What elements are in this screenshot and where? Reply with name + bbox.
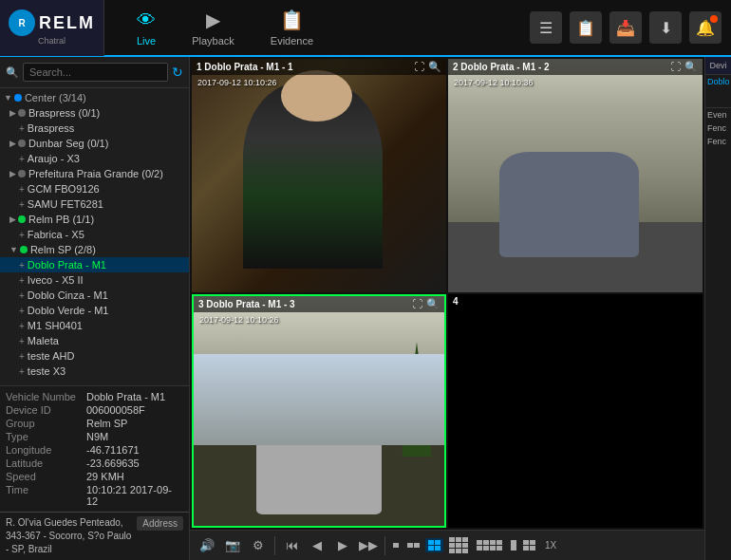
info-longitude-label: Longitude xyxy=(6,444,86,456)
notes-button[interactable]: 📋 xyxy=(570,11,602,44)
tree-braspress-vehicle[interactable]: + Braspress xyxy=(0,121,189,136)
info-type-label: Type xyxy=(6,431,86,442)
vehicle-info-panel: Vehicle Numbe Doblo Prata - M1 Device ID… xyxy=(0,385,189,512)
info-device-id-label: Device ID xyxy=(6,404,86,416)
refresh-button[interactable]: ↻ xyxy=(172,65,183,80)
tree-dunbar-group[interactable]: ▶ Dunbar Seg (0/1) xyxy=(0,136,189,151)
camera-snapshot-button[interactable]: 📷 xyxy=(221,534,244,557)
info-time: Time 10:10:21 2017-09-12 xyxy=(6,483,183,508)
fullscreen-icon[interactable]: ⛶ xyxy=(412,298,422,310)
nav-playback[interactable]: ▶ Playback xyxy=(178,3,248,52)
info-longitude: Longitude -46.711671 xyxy=(6,443,183,457)
camera-3-controls: ⛶ 🔍 xyxy=(412,298,440,310)
sidebar: 🔍 ↻ ▼ Center (3/14) ▶ Braspress (0/1) + … xyxy=(0,57,190,560)
camera-4[interactable]: 4 xyxy=(448,294,703,528)
tree-item-label: GCM FBO9126 xyxy=(28,183,100,195)
tree-item-label: SAMU FET6281 xyxy=(28,198,103,210)
rewind-button[interactable]: ◀ xyxy=(306,534,328,557)
fullscreen-icon[interactable]: ⛶ xyxy=(414,61,424,73)
plus-icon: + xyxy=(19,260,25,271)
info-longitude-value: -46.711671 xyxy=(86,444,140,456)
info-device-id: Device ID 006000058F xyxy=(6,403,183,417)
plus-icon: + xyxy=(19,351,25,362)
tree-item-label: Center (3/14) xyxy=(25,92,86,103)
info-group-label: Group xyxy=(6,418,86,429)
fullscreen-icon[interactable]: ⛶ xyxy=(670,61,681,73)
tree-araujo-vehicle[interactable]: + Araujo - X3 xyxy=(0,151,189,166)
plus-icon: + xyxy=(19,275,25,286)
status-dot xyxy=(18,215,26,223)
info-latitude-label: Latitude xyxy=(6,457,86,469)
tree-iveco-vehicle[interactable]: + Iveco - X5 II xyxy=(0,272,189,288)
tree-testeahd-vehicle[interactable]: + teste AHD xyxy=(0,348,189,364)
info-time-value: 10:10:21 2017-09-12 xyxy=(86,484,183,507)
camera-3-title: 3 Doblo Prata - M1 - 3 xyxy=(198,299,295,309)
tree-gcm-vehicle[interactable]: + GCM FBO9126 xyxy=(0,181,189,196)
camera-2[interactable]: 2 Doblo Prata - M1 - 2 ⛶ 🔍 2017-09-12 10… xyxy=(448,59,703,292)
forward-button[interactable]: ▶▶ xyxy=(357,534,380,557)
tree-doblocinza-vehicle[interactable]: + Doblo Cinza - M1 xyxy=(0,288,189,303)
right-panel-device-label: Devi xyxy=(705,57,731,75)
expand-icon: ▼ xyxy=(9,245,18,254)
main-content: 🔍 ↻ ▼ Center (3/14) ▶ Braspress (0/1) + … xyxy=(0,57,731,560)
play-button[interactable]: ▶ xyxy=(331,534,354,557)
camera-3[interactable]: 3 Doblo Prata - M1 - 3 ⛶ 🔍 2017-09-12 10… xyxy=(192,294,446,528)
inbox-button[interactable]: 📥 xyxy=(609,11,642,44)
grid-4x4-button[interactable] xyxy=(474,538,505,552)
info-speed: Speed 29 KMH xyxy=(6,470,183,483)
camera-1[interactable]: 1 Doblo Prata - M1 - 1 ⛶ 🔍 2017-09-12 10… xyxy=(192,59,446,292)
bell-button[interactable]: 🔔 xyxy=(689,11,722,44)
tree-samu-vehicle[interactable]: + SAMU FET6281 xyxy=(0,196,189,212)
grid-1x1-button[interactable] xyxy=(390,541,402,550)
address-bar: R. Ol'via Guedes Penteado, 343-367 - Soc… xyxy=(0,512,189,560)
search-icon[interactable]: 🔍 xyxy=(428,61,441,73)
camera-4-title: 4 xyxy=(453,296,459,307)
right-panel-vehicle-item[interactable]: Doblo xyxy=(705,75,731,88)
tree-relmsp-group[interactable]: ▼ Relm SP (2/8) xyxy=(0,242,189,257)
plus-icon: + xyxy=(19,184,25,195)
status-dot xyxy=(18,109,26,117)
tree-item-label: Braspress xyxy=(28,122,75,134)
tree-dobloverde-vehicle[interactable]: + Doblo Verde - M1 xyxy=(0,303,189,318)
audio-button[interactable]: 🔊 xyxy=(196,534,218,557)
info-vehicle-number-value: Doblo Prata - M1 xyxy=(86,391,165,402)
tree-m1sh0401-vehicle[interactable]: + M1 SH0401 xyxy=(0,318,189,333)
grid-2x2-button[interactable] xyxy=(425,538,443,552)
camera-3-timestamp: 2017-09-12 10:10:26 xyxy=(199,315,279,325)
tree-item-label: Dunbar Seg (0/1) xyxy=(28,138,108,149)
head-silhouette xyxy=(281,70,352,121)
grid-2x1-button[interactable] xyxy=(404,541,422,550)
tree-dobloprata-vehicle[interactable]: + Doblo Prata - M1 xyxy=(0,257,189,272)
download-button[interactable]: ⬇ xyxy=(649,11,682,44)
plus-icon: + xyxy=(19,123,25,134)
address-button[interactable]: Address xyxy=(137,516,183,531)
search-icon[interactable]: 🔍 xyxy=(684,61,698,73)
expand-icon: ▼ xyxy=(4,93,12,103)
grid-wide-button[interactable] xyxy=(508,538,538,552)
search-input[interactable] xyxy=(23,63,168,82)
nav-evidence[interactable]: 📋 Evidence xyxy=(257,3,327,52)
tree-braspress-group[interactable]: ▶ Braspress (0/1) xyxy=(0,105,189,121)
rewind-fast-button[interactable]: ⏮ xyxy=(280,534,303,557)
tree-testex3-vehicle[interactable]: + teste X3 xyxy=(0,364,189,379)
status-dot xyxy=(14,94,22,102)
list-view-button[interactable]: ☰ xyxy=(530,11,562,44)
grid-3x3-button[interactable] xyxy=(446,535,471,555)
tree-fabrica-vehicle[interactable]: + Fabrica - X5 xyxy=(0,227,189,242)
playback-icon: ▶ xyxy=(206,9,220,31)
tree-center-group[interactable]: ▼ Center (3/14) xyxy=(0,90,189,105)
plus-icon: + xyxy=(19,290,25,301)
nav-right-buttons: ☰ 📋 📥 ⬇ 🔔 xyxy=(530,11,731,44)
tree-maleta-vehicle[interactable]: + Maleta xyxy=(0,333,189,348)
tree-prefeitura-group[interactable]: ▶ Prefeitura Praia Grande (0/2) xyxy=(0,166,189,181)
tree-relmpb-group[interactable]: ▶ Relm PB (1/1) xyxy=(0,212,189,227)
nav-items: 👁 Live ▶ Playback 📋 Evidence xyxy=(104,3,530,52)
status-dot xyxy=(20,246,28,253)
camera-2-header: 2 Doblo Prata - M1 - 2 ⛶ 🔍 xyxy=(448,59,703,75)
search-icon[interactable]: 🔍 xyxy=(426,298,440,310)
nav-live[interactable]: 👁 Live xyxy=(123,4,169,52)
logo: R RELM Chatral xyxy=(0,0,104,56)
evidence-icon: 📋 xyxy=(280,9,304,31)
settings-button[interactable]: ⚙ xyxy=(247,534,270,557)
camera-2-timestamp: 2017-09-12 10:10:36 xyxy=(454,78,534,87)
